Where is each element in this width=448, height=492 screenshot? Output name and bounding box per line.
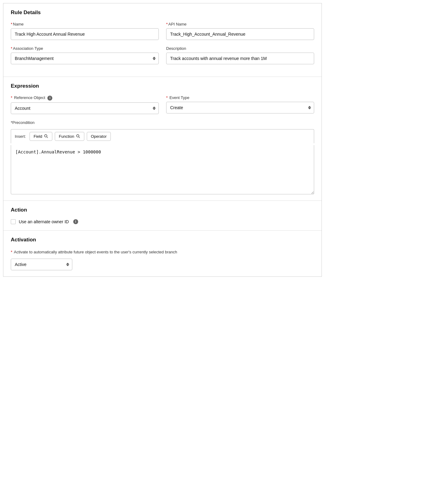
alternate-owner-info-icon: i (73, 219, 78, 224)
precondition-group: *Precondition Insert: Field Function (11, 120, 314, 194)
insert-row: Insert: Field Function Operat (11, 129, 314, 143)
function-button-label: Function (59, 134, 74, 139)
field-button-label: Field (34, 134, 42, 139)
reference-object-select-wrapper: Account (11, 102, 159, 114)
assoc-desc-row: *Association Type BranchManagement Descr… (11, 46, 314, 64)
association-type-group: *Association Type BranchManagement (11, 46, 159, 64)
api-name-input[interactable] (166, 28, 314, 40)
function-button[interactable]: Function (55, 132, 84, 141)
reference-object-label: * Reference Object i (11, 95, 159, 101)
precondition-editor[interactable]: [Account].AnnualRevenue > 1000000 (11, 145, 314, 194)
action-section: Action Use an alternate owner ID i (3, 201, 322, 231)
field-search-icon (44, 134, 48, 138)
svg-point-0 (45, 135, 47, 137)
alternate-owner-row: Use an alternate owner ID i (11, 219, 314, 224)
reference-object-group: * Reference Object i Account (11, 95, 159, 114)
event-type-label: * Event Type (166, 95, 314, 100)
svg-point-2 (77, 135, 79, 137)
svg-line-1 (47, 137, 48, 138)
description-group: Description (166, 46, 314, 64)
rule-details-section: Rule Details *Name *API Name *Associatio… (3, 3, 322, 77)
activation-required-star: * (11, 250, 12, 254)
page-container: Rule Details *Name *API Name *Associatio… (3, 3, 322, 277)
assoc-required-star: * (11, 46, 12, 51)
event-type-group: * Event Type Create (166, 95, 314, 114)
name-input[interactable] (11, 28, 159, 40)
activation-section: Activation * Activate to automatically a… (3, 231, 322, 277)
api-name-required-star: * (166, 22, 168, 26)
name-required-star: * (11, 22, 12, 26)
field-button[interactable]: Field (30, 132, 52, 141)
activation-title: Activation (11, 237, 314, 243)
activation-select[interactable]: Active (11, 259, 72, 270)
svg-line-3 (79, 137, 80, 138)
activation-select-wrapper: Active (11, 259, 72, 270)
event-type-select[interactable]: Create (166, 102, 314, 113)
rule-details-title: Rule Details (11, 10, 314, 16)
ref-required-star: * (11, 95, 12, 100)
api-name-group: *API Name (166, 22, 314, 40)
description-label: Description (166, 46, 314, 51)
event-type-select-wrapper: Create (166, 102, 314, 113)
activation-description: * Activate to automatically attribute fu… (11, 249, 314, 255)
function-search-icon (76, 134, 80, 138)
expression-title: Expression (11, 83, 314, 89)
association-type-label: *Association Type (11, 46, 159, 51)
name-api-row: *Name *API Name (11, 22, 314, 40)
name-label: *Name (11, 22, 159, 26)
operator-button[interactable]: Operator (87, 132, 110, 141)
action-title: Action (11, 207, 314, 213)
event-required-star: * (166, 95, 168, 100)
reference-object-select[interactable]: Account (11, 102, 159, 114)
name-group: *Name (11, 22, 159, 40)
activation-select-group: Active (11, 259, 72, 270)
alternate-owner-label: Use an alternate owner ID (19, 219, 69, 224)
description-input[interactable] (166, 53, 314, 64)
expression-section: Expression * Reference Object i Account (3, 77, 322, 201)
insert-label: Insert: (15, 134, 26, 139)
association-type-select[interactable]: BranchManagement (11, 53, 159, 64)
api-name-label: *API Name (166, 22, 314, 26)
reference-object-info-icon: i (47, 96, 52, 101)
precondition-label: *Precondition (11, 120, 314, 125)
alternate-owner-checkbox[interactable] (11, 219, 16, 224)
ref-event-row: * Reference Object i Account * (11, 95, 314, 114)
association-type-select-wrapper: BranchManagement (11, 53, 159, 64)
operator-button-label: Operator (91, 134, 106, 139)
